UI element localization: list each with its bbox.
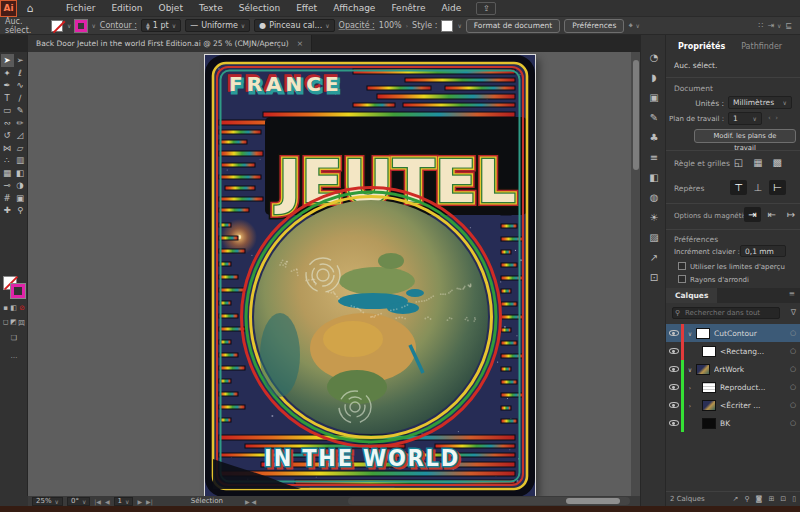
new-sublayer-icon[interactable]: ⊞ <box>768 495 774 503</box>
show-guides-icon[interactable]: ⊤ <box>730 180 747 195</box>
menu-effet[interactable]: Effet <box>289 3 324 13</box>
smart-guides-icon[interactable]: ⊢ <box>769 180 786 195</box>
fill-color-swatch[interactable] <box>51 20 63 32</box>
gradient-panel-icon[interactable]: ◧ <box>641 167 667 187</box>
snap-grid-icon[interactable]: ⇥ <box>744 207 761 222</box>
show-grid-icon[interactable]: ▦ <box>749 155 766 170</box>
fill-stroke-swatches[interactable] <box>3 276 25 298</box>
horizontal-scrollbar[interactable] <box>348 497 630 505</box>
rotate-tool[interactable]: ↺ <box>1 129 14 142</box>
draw-normal-icon[interactable]: ◻ <box>3 318 9 328</box>
layer-name[interactable]: CutContour <box>714 329 786 338</box>
line-tool[interactable]: ∕ <box>14 92 27 105</box>
brush-definition-select[interactable]: ●Pinceau cal...∨ <box>254 19 334 32</box>
style-swatch[interactable] <box>441 20 453 32</box>
vertical-scroll-thumb[interactable] <box>633 60 639 170</box>
hand-tool[interactable]: ✚ <box>1 204 14 217</box>
stroke-label[interactable]: Contour : <box>100 21 137 30</box>
corner-radius-checkbox[interactable]: Rayons d'arrondi <box>678 275 749 284</box>
edit-artboards-button[interactable]: Modif. les plans de travail <box>694 129 796 143</box>
menu-selection[interactable]: Sélection <box>232 3 287 13</box>
stroke-weight-input[interactable]: ▲▼1 pt∨ <box>141 19 181 32</box>
stroke-color-swatch[interactable] <box>75 20 87 32</box>
blend-tool[interactable]: ◑ <box>14 179 27 192</box>
locate-object-icon[interactable]: ⚲ <box>744 495 749 503</box>
target-circle-icon[interactable]: ○ <box>786 365 800 373</box>
zoom-tool[interactable]: ⚲ <box>14 204 27 217</box>
layer-row-bk[interactable]: BK○ <box>666 414 800 432</box>
prev-artboard-icon[interactable]: ◀ <box>105 498 110 505</box>
pathfinder-panel-icon[interactable]: ◗ <box>641 67 667 87</box>
opacity-value[interactable]: 100% <box>379 21 402 30</box>
snap-point-icon[interactable]: ↦ <box>783 207 800 222</box>
rectangle-tool[interactable]: ▭ <box>1 104 14 117</box>
document-setup-button[interactable]: Format de document <box>466 19 560 33</box>
illustrator-logo-icon[interactable]: Ai <box>0 0 17 17</box>
home-icon[interactable]: ⌂ <box>19 2 41 15</box>
none-mode-icon[interactable]: ⊘ <box>19 304 25 312</box>
first-artboard-icon[interactable]: |◀ <box>94 498 101 505</box>
toolbar-more-icon[interactable]: … <box>11 352 18 360</box>
stroke-panel-icon[interactable]: ≡ <box>641 147 667 167</box>
layers-search-input[interactable] <box>672 307 780 319</box>
next-artboard-icon[interactable]: ▶ <box>137 498 142 505</box>
menu-texte[interactable]: Texte <box>192 3 230 13</box>
target-circle-icon[interactable]: ○ <box>786 329 800 337</box>
artboard-select[interactable]: 1∨ <box>728 112 762 125</box>
layer-row-rectang[interactable]: <Rectang...○ <box>666 342 800 360</box>
snap-options-icon[interactable]: ⇥ ∨ <box>768 21 782 30</box>
export-panel-icon[interactable]: ↗ <box>641 247 667 267</box>
preferences-button[interactable]: Préférences <box>564 19 624 33</box>
layer-name[interactable]: <Rectang... <box>720 347 786 356</box>
lasso-tool[interactable]: ℓ <box>14 67 27 80</box>
curvature-tool[interactable]: ∿ <box>14 79 27 92</box>
status-expand-icon[interactable]: ▶ ◀ <box>245 498 256 505</box>
appearance-panel-icon[interactable]: ☀ <box>641 207 667 227</box>
delete-layer-icon[interactable]: ▯ <box>792 495 796 503</box>
pen-tool[interactable]: ✒ <box>1 79 14 92</box>
tab-pathfinder[interactable]: Pathfinder <box>735 42 788 51</box>
share-document-icon[interactable]: ⇪ <box>476 2 496 15</box>
transparency-panel-icon[interactable]: ◍ <box>641 187 667 207</box>
layer-row-cutcontour[interactable]: ∨CutContour○ <box>666 324 800 342</box>
zoom-level-select[interactable]: 25%∨ <box>32 497 63 506</box>
layer-name[interactable]: BK <box>720 419 786 428</box>
brushes-panel-icon[interactable]: ✎ <box>641 107 667 127</box>
new-layer-icon[interactable]: ⊡ <box>780 495 786 503</box>
shaper-tool[interactable]: ∾ <box>1 117 14 130</box>
color-panel-icon[interactable]: ◔ <box>641 47 667 67</box>
layer-row-artwork[interactable]: ∨ArtWork○ <box>666 360 800 378</box>
artboard-artwork[interactable]: JEUTEL JEUTEL JEUTEL JEUTEL JEUTEL <box>205 55 535 496</box>
draw-behind-icon[interactable]: ◩ <box>10 318 17 328</box>
artboard-tool[interactable]: ▣ <box>14 192 27 205</box>
opacity-label[interactable]: Opacité : <box>339 21 375 30</box>
mesh-tool[interactable]: ▦ <box>1 167 14 180</box>
layer-row-criter[interactable]: ›<Écriter ...○ <box>666 396 800 414</box>
snap-pixel-icon[interactable]: ⇤ <box>763 207 780 222</box>
target-circle-icon[interactable]: ○ <box>786 383 800 391</box>
show-rulers-icon[interactable]: ◱ <box>730 155 747 170</box>
layers-panel-icon[interactable]: ⊡ <box>641 267 667 287</box>
horizontal-scroll-thumb[interactable] <box>566 498 620 504</box>
visibility-eye-icon[interactable] <box>666 330 681 337</box>
arrange-documents-icon[interactable]: ∷ <box>759 21 764 30</box>
visibility-eye-icon[interactable] <box>666 420 681 427</box>
keyboard-increment-input[interactable]: 0,1 mm <box>740 245 786 257</box>
target-circle-icon[interactable]: ○ <box>786 401 800 409</box>
gradient-tool[interactable]: ◧ <box>14 167 27 180</box>
scale-tool[interactable]: ◿ <box>14 129 27 142</box>
lock-guides-icon[interactable]: ⊥ <box>749 180 766 195</box>
rotation-select[interactable]: 0°∨ <box>67 497 90 506</box>
paintbrush-tool[interactable]: ✎ <box>14 104 27 117</box>
graphic-styles-panel-icon[interactable]: ▨ <box>641 227 667 247</box>
expand-chevron-icon[interactable]: › <box>684 384 696 391</box>
target-circle-icon[interactable]: ○ <box>786 347 800 355</box>
transparency-grid-icon[interactable]: ▩ <box>769 155 786 170</box>
symbol-sprayer-tool[interactable]: ∴ <box>1 154 14 167</box>
align-options-icon[interactable]: ⌖ ∨ <box>628 21 639 31</box>
screen-mode-icon[interactable]: ❏ <box>11 334 17 342</box>
draw-inside-icon[interactable]: 回 <box>18 318 25 328</box>
menu-fenetre[interactable]: Fenêtre <box>384 3 432 13</box>
menu-affichage[interactable]: Affichage <box>326 3 382 13</box>
expand-chevron-icon[interactable]: ∨ <box>684 366 696 373</box>
